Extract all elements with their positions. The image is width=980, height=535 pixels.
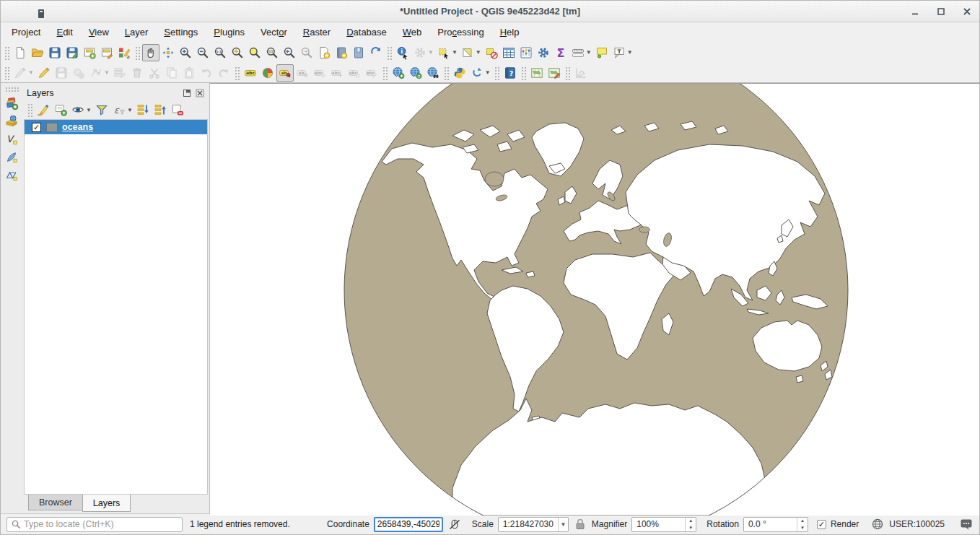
locator-box[interactable]	[6, 517, 183, 532]
add-feature-button[interactable]	[70, 64, 87, 82]
move-label-button[interactable]: abc	[328, 64, 346, 82]
delete-selected-button[interactable]	[128, 64, 146, 82]
close-icon[interactable]	[962, 6, 972, 17]
minimize-icon[interactable]	[910, 6, 920, 17]
toolbar-handle[interactable]	[4, 86, 19, 92]
chevron-down-icon[interactable]: ▼	[86, 107, 92, 113]
map-svg[interactable]	[210, 84, 979, 516]
menu-layer[interactable]: Layer	[117, 24, 157, 40]
chevron-down-icon[interactable]: ▼	[104, 69, 110, 76]
modify-attributes-button[interactable]	[111, 64, 128, 82]
show-hide-labels-button[interactable]: abc	[311, 64, 328, 82]
spin-down-icon[interactable]: ▼	[797, 524, 808, 531]
float-panel-icon[interactable]	[182, 88, 192, 98]
show-layout-manager-button[interactable]	[98, 44, 115, 61]
metasearch-button[interactable]	[424, 64, 442, 82]
toolbar-handle[interactable]	[443, 66, 449, 80]
undo-button[interactable]	[198, 64, 215, 82]
new-project-button[interactable]	[12, 44, 29, 61]
chevron-down-icon[interactable]: ▼	[627, 49, 633, 56]
georeferencer-button[interactable]	[546, 64, 563, 82]
web-service-search-button[interactable]: ?	[407, 64, 424, 82]
layer-symbol-swatch[interactable]	[46, 123, 58, 132]
spin-up-icon[interactable]: ▲	[686, 518, 696, 525]
zoom-full-button[interactable]	[229, 44, 246, 61]
spin-up-icon[interactable]: ▲	[797, 518, 808, 525]
menu-raster[interactable]: Raster	[295, 24, 338, 40]
render-checkbox[interactable]: ✓	[817, 520, 826, 529]
current-edits-button[interactable]: ▼	[12, 64, 35, 82]
menu-help[interactable]: Help	[492, 24, 528, 40]
chevron-down-icon[interactable]: ▼	[476, 49, 481, 56]
statistical-summary-button[interactable]: Σ	[552, 44, 569, 61]
new-spatial-bookmark-button[interactable]: ★	[315, 44, 333, 61]
toolbar-handle[interactable]	[234, 66, 240, 80]
remove-layer-group-button[interactable]	[169, 102, 186, 118]
highlight-pinned-labels-button[interactable]: ab	[276, 64, 294, 82]
save-project-as-button[interactable]	[64, 44, 81, 61]
layer-visibility-checkbox[interactable]: ✓	[32, 123, 41, 132]
lock-scale-icon[interactable]	[573, 517, 587, 531]
layers-panel-titlebar[interactable]: Layers	[24, 86, 208, 100]
processing-toolbox-button[interactable]	[535, 44, 552, 61]
show-spatial-bookmarks-button[interactable]: ★	[333, 44, 350, 61]
locator-input[interactable]	[24, 519, 179, 529]
redo-button[interactable]	[215, 64, 232, 82]
show-map-tips-button[interactable]	[593, 44, 611, 61]
cut-features-button[interactable]	[146, 64, 163, 82]
open-attribute-table-button[interactable]	[500, 44, 517, 61]
toolbar-handle[interactable]	[4, 66, 9, 80]
zoom-last-button[interactable]	[281, 44, 298, 61]
toolbar-handle[interactable]	[494, 66, 499, 80]
zoom-in-button[interactable]	[177, 44, 194, 61]
toolbar-handle[interactable]	[27, 103, 32, 117]
chevron-down-icon[interactable]: ▼	[428, 49, 434, 56]
chevron-down-icon[interactable]: ▼	[485, 69, 491, 76]
identify-features-button[interactable]: i	[394, 44, 411, 61]
vertex-tool-button[interactable]: ▼	[87, 64, 111, 82]
mouse-position-toggle-icon[interactable]	[447, 517, 462, 531]
select-features-by-value-button[interactable]: ▼	[459, 44, 483, 61]
deselect-features-button[interactable]	[483, 44, 500, 61]
python-console-button[interactable]	[451, 64, 468, 82]
pan-to-selection-button[interactable]	[159, 44, 177, 61]
maximize-icon[interactable]	[936, 6, 946, 17]
crs-globe-icon[interactable]	[870, 517, 885, 531]
measure-line-button[interactable]: ▼	[569, 44, 593, 61]
chevron-down-icon[interactable]: ▼	[28, 69, 34, 76]
layer-row-oceans[interactable]: ✓oceans	[25, 120, 207, 134]
rotation-spinbox[interactable]: 0.0 ° ▲▼	[743, 517, 808, 532]
layer-list[interactable]: ✓oceans	[24, 119, 208, 495]
menu-settings[interactable]: Settings	[156, 24, 206, 40]
rotate-label-button[interactable]: abc	[346, 64, 363, 82]
toolbar-handle[interactable]	[564, 66, 570, 80]
layer-name[interactable]: oceans	[62, 122, 93, 132]
show-bookmark-manager-button[interactable]	[350, 44, 367, 61]
new-geopackage-layer-button[interactable]	[3, 113, 20, 130]
save-project-button[interactable]	[46, 44, 64, 61]
toolbar-handle[interactable]	[520, 66, 526, 80]
text-annotation-button[interactable]: T▼	[611, 44, 634, 61]
pan-map-button[interactable]	[142, 44, 159, 61]
manage-map-themes-button[interactable]: ▼	[69, 102, 93, 118]
zoom-next-button[interactable]	[298, 44, 315, 61]
crs-status[interactable]: USER:100025	[889, 519, 945, 529]
scale-combo[interactable]: 1:218427030 ▼	[498, 517, 569, 532]
title-bar[interactable]: *Untitled Project - QGIS 9e45223d42 [tm]	[1, 1, 979, 22]
paste-features-button[interactable]	[180, 64, 198, 82]
chevron-down-icon[interactable]: ▼	[558, 518, 568, 531]
pin-unpin-labels-button[interactable]: ab	[294, 64, 311, 82]
open-project-button[interactable]	[29, 44, 46, 61]
filter-legend-by-expression-button[interactable]: ε▼	[110, 102, 134, 118]
spin-down-icon[interactable]: ▼	[686, 524, 696, 531]
menu-plugins[interactable]: Plugins	[206, 24, 253, 40]
plugin-tool-button[interactable]: ▼	[468, 64, 492, 82]
toolbar-handle[interactable]	[134, 45, 140, 60]
menu-view[interactable]: View	[81, 24, 117, 40]
profile-tool-button[interactable]	[572, 64, 590, 82]
new-shapefile-layer-button[interactable]	[3, 149, 20, 166]
chevron-down-icon[interactable]: ▼	[127, 107, 133, 113]
messages-icon[interactable]	[959, 517, 974, 531]
zoom-to-selection-button[interactable]	[246, 44, 263, 61]
toolbar-handle[interactable]	[4, 45, 9, 60]
